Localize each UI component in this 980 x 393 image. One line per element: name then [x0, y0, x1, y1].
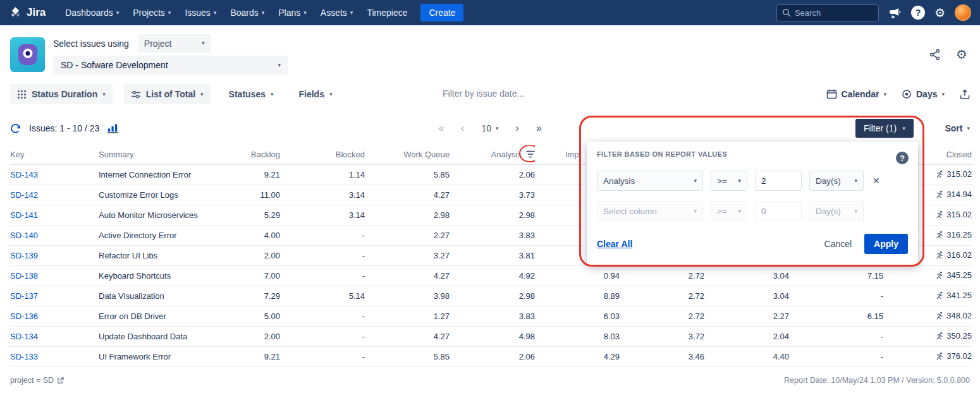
column-header-summary[interactable]: Summary: [99, 145, 244, 164]
filter-operator-select-2[interactable]: >= ▾: [711, 201, 747, 221]
jira-logo[interactable]: Jira: [9, 6, 46, 20]
clear-all-link[interactable]: Clear All: [597, 239, 632, 249]
report-settings-gear-icon[interactable]: ⚙: [956, 48, 967, 61]
issue-key-link[interactable]: SD-137: [10, 291, 38, 301]
column-header-blocked[interactable]: Blocked: [280, 145, 365, 164]
issue-key-link[interactable]: SD-136: [10, 311, 38, 321]
column-header-analysis[interactable]: Analysis: [450, 145, 535, 164]
project-filter-link[interactable]: project = SD: [10, 376, 64, 385]
chevron-down-icon: ▾: [496, 126, 499, 131]
sort-label: Sort: [945, 123, 962, 133]
duration-cell: -: [280, 245, 365, 265]
filter-unit-select-2[interactable]: Day(s) ▾: [809, 201, 864, 221]
refresh-icon[interactable]: [10, 123, 21, 134]
duration-cell: 2.72: [620, 265, 704, 286]
table-row: SD-133UI Framework Error9.21-5.852.064.2…: [10, 346, 972, 366]
column-filter-funnel-icon[interactable]: [526, 150, 535, 160]
next-page-icon[interactable]: ›: [516, 123, 519, 133]
duration-cell: 2.27: [704, 306, 789, 326]
issue-key-link[interactable]: SD-139: [10, 251, 38, 260]
issue-date-filter-field[interactable]: Filter by issue date...: [443, 88, 524, 99]
search-icon: [782, 8, 791, 17]
first-page-icon[interactable]: «: [438, 123, 444, 133]
statuses-select[interactable]: Statuses ▾: [222, 84, 281, 104]
project-select-value: SD - Sofware Development: [61, 60, 168, 70]
filter-operator-value: >=: [717, 176, 727, 186]
export-icon[interactable]: [960, 89, 970, 100]
filter-column-select[interactable]: Analysis ▾: [597, 171, 703, 191]
closed-duration-cell: 376.02: [883, 346, 972, 366]
closed-duration-cell: 345.25: [883, 265, 972, 286]
filter-column-select-2[interactable]: Select column ▾: [597, 201, 703, 221]
chevron-down-icon: ▾: [168, 10, 171, 16]
nav-item-timepiece[interactable]: Timepiece: [360, 0, 414, 25]
panel-help-icon[interactable]: ?: [896, 152, 909, 164]
filter-unit-select[interactable]: Day(s) ▾: [809, 171, 864, 191]
issue-key-link[interactable]: SD-140: [10, 231, 38, 240]
nav-item-boards[interactable]: Boards▾: [223, 0, 271, 25]
issue-key-link[interactable]: SD-138: [10, 271, 38, 281]
nav-item-issues[interactable]: Issues▾: [178, 0, 223, 25]
filter-panel-footer: Clear All Cancel Apply: [597, 234, 908, 254]
search-input[interactable]: [795, 8, 869, 18]
column-header-key[interactable]: Key: [10, 145, 99, 164]
issue-key-link[interactable]: SD-141: [10, 210, 38, 220]
report-type-select[interactable]: Status Duration ▾: [10, 84, 113, 104]
closed-value: 376.02: [946, 351, 972, 361]
column-header-work-queue[interactable]: Work Queue: [365, 145, 450, 164]
issue-summary: Active Directory Error: [99, 225, 244, 245]
create-button[interactable]: Create: [420, 4, 463, 21]
last-page-icon[interactable]: »: [536, 123, 542, 133]
nav-item-plans[interactable]: Plans▾: [271, 0, 314, 25]
filter-column-placeholder: Select column: [603, 207, 657, 216]
column-label: Blocked: [336, 150, 365, 159]
filter-value-input[interactable]: [755, 171, 802, 191]
calendar-select[interactable]: Calendar ▾: [826, 89, 886, 99]
chart-view-icon[interactable]: [107, 123, 119, 133]
duration-cell: 1.27: [365, 306, 450, 326]
closed-value: 316.25: [946, 230, 972, 239]
issues-count-label: Issues: 1 - 10 / 23: [29, 123, 99, 133]
filter-button[interactable]: Filter (1) ▾: [855, 119, 914, 138]
issue-key-link[interactable]: SD-134: [10, 332, 38, 341]
duration-cell: 2.98: [365, 205, 450, 225]
chevron-down-icon: ▾: [202, 40, 205, 46]
nav-item-projects[interactable]: Projects▾: [126, 0, 178, 25]
issue-source-select[interactable]: Project ▾: [138, 34, 211, 52]
duration-cell: 8.89: [535, 286, 620, 306]
issue-summary: UI Framework Error: [99, 346, 244, 366]
nav-item-assets[interactable]: Assets▾: [314, 0, 360, 25]
share-icon[interactable]: [929, 49, 941, 61]
settings-gear-icon[interactable]: ⚙: [934, 7, 945, 19]
duration-cell: 4.27: [365, 265, 450, 286]
view-mode-select[interactable]: List of Total ▾: [124, 84, 211, 104]
issue-key-link[interactable]: SD-142: [10, 190, 38, 200]
fields-select[interactable]: Fields ▾: [291, 84, 339, 104]
chevron-down-icon: ▾: [694, 178, 697, 184]
help-icon[interactable]: ?: [911, 6, 925, 20]
duration-cell: 4.98: [450, 326, 535, 346]
prev-page-icon[interactable]: ‹: [461, 123, 464, 133]
announcements-megaphone-icon[interactable]: [888, 7, 902, 19]
user-avatar[interactable]: [955, 4, 971, 21]
column-label: Backlog: [251, 150, 280, 159]
issue-source-row: Select issues using Project ▾: [53, 34, 211, 52]
issue-key-link[interactable]: SD-133: [10, 352, 38, 361]
apply-button[interactable]: Apply: [864, 234, 908, 254]
search-box[interactable]: [776, 4, 879, 21]
filter-operator-select[interactable]: >= ▾: [711, 171, 747, 191]
column-header-backlog[interactable]: Backlog: [244, 145, 280, 164]
project-select[interactable]: SD - Sofware Development ▾: [53, 56, 288, 75]
issue-key-link[interactable]: SD-143: [10, 170, 38, 179]
page-size-select[interactable]: 10 ▾: [481, 123, 498, 133]
column-label: Analysis: [491, 150, 522, 159]
cancel-button[interactable]: Cancel: [824, 239, 852, 249]
closed-value: 348.02: [946, 311, 972, 320]
remove-filter-icon[interactable]: ✕: [873, 176, 880, 186]
sort-button[interactable]: Sort ▾: [945, 118, 970, 139]
duration-cell: 5.00: [244, 306, 280, 326]
nav-item-dashboards[interactable]: Dashboards▾: [58, 0, 126, 25]
time-unit-select[interactable]: Days ▾: [902, 89, 945, 99]
duration-cell: 1.14: [280, 164, 365, 184]
filter-value-input-2[interactable]: [755, 201, 802, 221]
